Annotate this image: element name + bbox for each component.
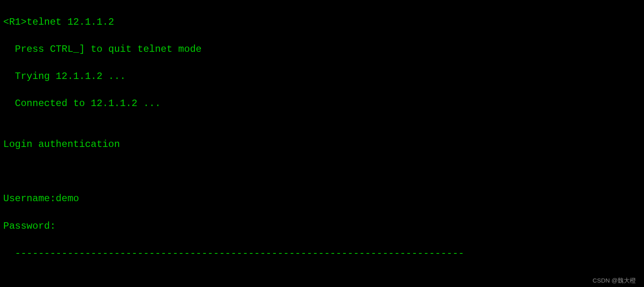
- terminal-line-username: Username:demo: [3, 192, 641, 206]
- terminal-line: Connected to 12.1.1.2 ...: [3, 97, 641, 111]
- terminal-line: Press CTRL_] to quit telnet mode: [3, 43, 641, 56]
- terminal-output[interactable]: <R1>telnet 12.1.1.2 Press CTRL_] to quit…: [3, 2, 641, 287]
- terminal-line-separator: ----------------------------------------…: [3, 247, 641, 260]
- terminal-line: Trying 12.1.1.2 ...: [3, 70, 641, 83]
- watermark-text: CSDN @魏大橙: [593, 276, 636, 285]
- terminal-line-password: Password:: [3, 219, 641, 233]
- terminal-line-command: <R1>telnet 12.1.1.2: [3, 15, 641, 29]
- terminal-line-auth-header: Login authentication: [3, 138, 641, 151]
